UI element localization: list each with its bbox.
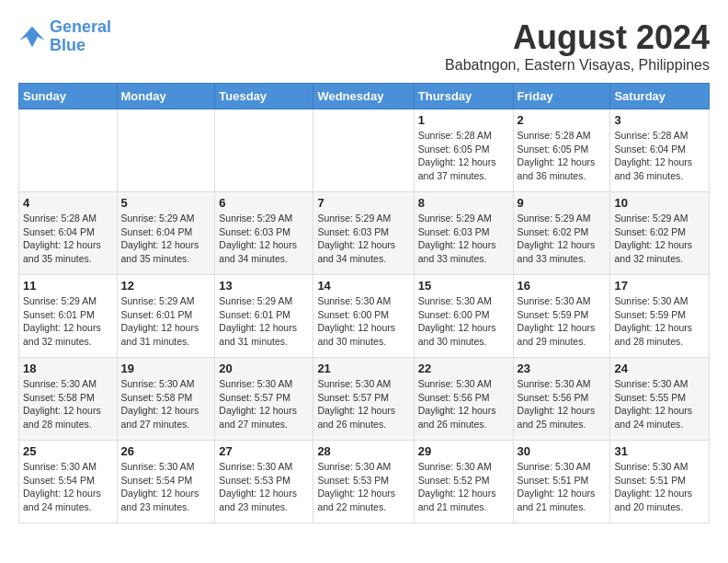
cell-day-number: 11 [23, 279, 113, 293]
cell-info-text: Sunrise: 5:29 AM Sunset: 6:03 PM Dayligh… [418, 212, 509, 266]
calendar-cell: 10Sunrise: 5:29 AM Sunset: 6:02 PM Dayli… [610, 192, 710, 275]
cell-day-number: 17 [614, 279, 705, 293]
calendar-cell: 27Sunrise: 5:30 AM Sunset: 5:53 PM Dayli… [215, 441, 313, 523]
calendar-cell: 8Sunrise: 5:29 AM Sunset: 6:03 PM Daylig… [414, 192, 513, 275]
calendar-cell: 16Sunrise: 5:30 AM Sunset: 5:59 PM Dayli… [513, 275, 610, 358]
cell-info-text: Sunrise: 5:30 AM Sunset: 5:52 PM Dayligh… [418, 460, 509, 514]
day-header-monday: Monday [117, 84, 215, 109]
calendar-week-row: 11Sunrise: 5:29 AM Sunset: 6:01 PM Dayli… [19, 275, 710, 358]
cell-info-text: Sunrise: 5:30 AM Sunset: 5:51 PM Dayligh… [614, 460, 705, 514]
cell-day-number: 29 [418, 444, 509, 458]
cell-info-text: Sunrise: 5:30 AM Sunset: 5:54 PM Dayligh… [121, 460, 211, 514]
calendar-cell [117, 109, 215, 192]
svg-marker-0 [20, 27, 45, 48]
logo: General Blue [18, 18, 111, 55]
calendar-cell [215, 109, 313, 192]
page-header: General Blue August 2024 Babatngon, East… [18, 18, 710, 74]
month-title: August 2024 [445, 18, 710, 57]
cell-day-number: 15 [418, 279, 509, 293]
cell-info-text: Sunrise: 5:30 AM Sunset: 5:56 PM Dayligh… [418, 377, 509, 431]
cell-day-number: 23 [518, 362, 607, 375]
cell-day-number: 18 [23, 362, 113, 375]
calendar-cell: 7Sunrise: 5:29 AM Sunset: 6:03 PM Daylig… [313, 192, 414, 275]
calendar-cell: 29Sunrise: 5:30 AM Sunset: 5:52 PM Dayli… [414, 441, 513, 523]
cell-info-text: Sunrise: 5:28 AM Sunset: 6:05 PM Dayligh… [518, 129, 607, 183]
cell-info-text: Sunrise: 5:30 AM Sunset: 5:56 PM Dayligh… [518, 377, 607, 431]
cell-day-number: 9 [518, 196, 607, 210]
cell-info-text: Sunrise: 5:30 AM Sunset: 5:53 PM Dayligh… [219, 460, 309, 514]
calendar-cell: 12Sunrise: 5:29 AM Sunset: 6:01 PM Dayli… [117, 275, 215, 358]
cell-info-text: Sunrise: 5:29 AM Sunset: 6:03 PM Dayligh… [317, 212, 409, 266]
calendar-cell: 11Sunrise: 5:29 AM Sunset: 6:01 PM Dayli… [19, 275, 118, 358]
cell-info-text: Sunrise: 5:30 AM Sunset: 5:57 PM Dayligh… [219, 377, 309, 431]
cell-day-number: 30 [518, 444, 607, 458]
day-header-saturday: Saturday [610, 84, 710, 109]
cell-day-number: 31 [614, 444, 705, 458]
cell-day-number: 28 [317, 444, 409, 458]
cell-day-number: 14 [317, 279, 409, 293]
day-header-sunday: Sunday [19, 84, 118, 109]
calendar-week-row: 18Sunrise: 5:30 AM Sunset: 5:58 PM Dayli… [19, 358, 710, 441]
cell-info-text: Sunrise: 5:29 AM Sunset: 6:01 PM Dayligh… [121, 294, 211, 349]
calendar-cell [19, 109, 118, 192]
calendar-cell: 26Sunrise: 5:30 AM Sunset: 5:54 PM Dayli… [117, 441, 215, 523]
cell-day-number: 16 [518, 279, 607, 293]
cell-day-number: 20 [219, 362, 309, 375]
cell-info-text: Sunrise: 5:30 AM Sunset: 5:59 PM Dayligh… [518, 294, 607, 349]
calendar-cell: 31Sunrise: 5:30 AM Sunset: 5:51 PM Dayli… [610, 441, 710, 523]
cell-day-number: 22 [418, 362, 509, 375]
day-header-friday: Friday [513, 84, 610, 109]
cell-info-text: Sunrise: 5:30 AM Sunset: 5:58 PM Dayligh… [121, 377, 211, 431]
calendar-cell: 20Sunrise: 5:30 AM Sunset: 5:57 PM Dayli… [215, 358, 313, 441]
calendar-cell: 6Sunrise: 5:29 AM Sunset: 6:03 PM Daylig… [215, 192, 313, 275]
cell-info-text: Sunrise: 5:29 AM Sunset: 6:02 PM Dayligh… [518, 212, 607, 266]
calendar-cell: 17Sunrise: 5:30 AM Sunset: 5:59 PM Dayli… [610, 275, 710, 358]
cell-day-number: 10 [614, 196, 705, 210]
cell-day-number: 27 [219, 444, 309, 458]
calendar-cell: 21Sunrise: 5:30 AM Sunset: 5:57 PM Dayli… [313, 358, 414, 441]
cell-info-text: Sunrise: 5:29 AM Sunset: 6:01 PM Dayligh… [219, 294, 309, 349]
calendar-cell: 15Sunrise: 5:30 AM Sunset: 6:00 PM Dayli… [414, 275, 513, 358]
calendar-cell: 13Sunrise: 5:29 AM Sunset: 6:01 PM Dayli… [215, 275, 313, 358]
calendar-cell: 19Sunrise: 5:30 AM Sunset: 5:58 PM Dayli… [117, 358, 215, 441]
calendar-cell [313, 109, 414, 192]
cell-info-text: Sunrise: 5:29 AM Sunset: 6:01 PM Dayligh… [23, 294, 113, 349]
cell-day-number: 3 [614, 113, 705, 127]
cell-info-text: Sunrise: 5:30 AM Sunset: 5:58 PM Dayligh… [23, 377, 113, 431]
cell-day-number: 1 [418, 113, 509, 127]
cell-info-text: Sunrise: 5:30 AM Sunset: 5:59 PM Dayligh… [614, 294, 705, 349]
cell-info-text: Sunrise: 5:28 AM Sunset: 6:04 PM Dayligh… [23, 212, 113, 266]
cell-day-number: 2 [518, 113, 607, 127]
day-header-tuesday: Tuesday [215, 84, 313, 109]
calendar-cell: 22Sunrise: 5:30 AM Sunset: 5:56 PM Dayli… [414, 358, 513, 441]
cell-day-number: 7 [317, 196, 409, 210]
calendar-week-row: 25Sunrise: 5:30 AM Sunset: 5:54 PM Dayli… [19, 441, 710, 523]
title-block: August 2024 Babatngon, Eastern Visayas, … [445, 18, 710, 74]
cell-day-number: 8 [418, 196, 509, 210]
calendar-cell: 4Sunrise: 5:28 AM Sunset: 6:04 PM Daylig… [19, 192, 118, 275]
cell-day-number: 24 [614, 362, 705, 375]
calendar-cell: 18Sunrise: 5:30 AM Sunset: 5:58 PM Dayli… [19, 358, 118, 441]
cell-info-text: Sunrise: 5:30 AM Sunset: 5:55 PM Dayligh… [614, 377, 705, 431]
cell-info-text: Sunrise: 5:28 AM Sunset: 6:05 PM Dayligh… [418, 129, 509, 183]
calendar-cell: 28Sunrise: 5:30 AM Sunset: 5:53 PM Dayli… [313, 441, 414, 523]
cell-info-text: Sunrise: 5:30 AM Sunset: 6:00 PM Dayligh… [418, 294, 509, 349]
cell-day-number: 13 [219, 279, 309, 293]
calendar-week-row: 1Sunrise: 5:28 AM Sunset: 6:05 PM Daylig… [19, 109, 710, 192]
cell-info-text: Sunrise: 5:29 AM Sunset: 6:04 PM Dayligh… [121, 212, 211, 266]
cell-info-text: Sunrise: 5:28 AM Sunset: 6:04 PM Dayligh… [614, 129, 705, 183]
cell-info-text: Sunrise: 5:30 AM Sunset: 6:00 PM Dayligh… [317, 294, 409, 349]
cell-day-number: 6 [219, 196, 309, 210]
calendar-cell: 5Sunrise: 5:29 AM Sunset: 6:04 PM Daylig… [117, 192, 215, 275]
calendar-table: SundayMondayTuesdayWednesdayThursdayFrid… [18, 83, 710, 523]
day-header-thursday: Thursday [414, 84, 513, 109]
calendar-header-row: SundayMondayTuesdayWednesdayThursdayFrid… [19, 84, 710, 109]
calendar-week-row: 4Sunrise: 5:28 AM Sunset: 6:04 PM Daylig… [19, 192, 710, 275]
calendar-cell: 2Sunrise: 5:28 AM Sunset: 6:05 PM Daylig… [513, 109, 610, 192]
calendar-cell: 14Sunrise: 5:30 AM Sunset: 6:00 PM Dayli… [313, 275, 414, 358]
cell-day-number: 25 [23, 444, 113, 458]
calendar-cell: 9Sunrise: 5:29 AM Sunset: 6:02 PM Daylig… [513, 192, 610, 275]
cell-day-number: 4 [23, 196, 113, 210]
cell-info-text: Sunrise: 5:30 AM Sunset: 5:54 PM Dayligh… [23, 460, 113, 514]
location-title: Babatngon, Eastern Visayas, Philippines [445, 57, 710, 74]
